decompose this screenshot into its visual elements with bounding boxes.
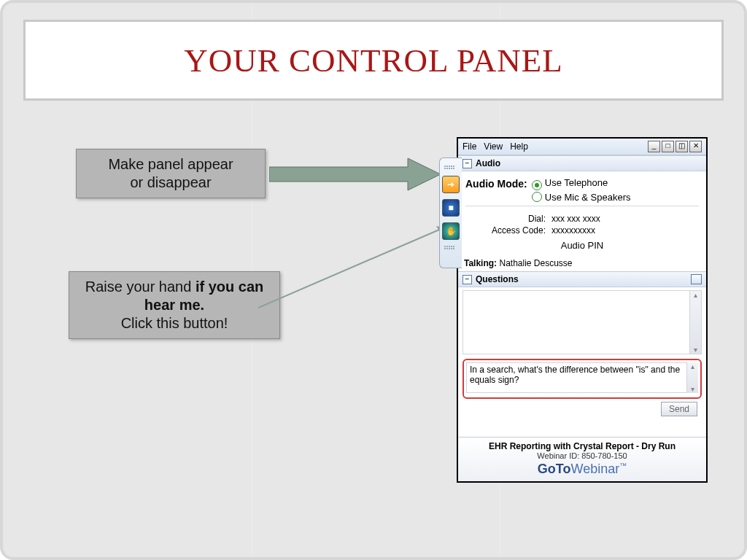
- window-close-button[interactable]: ✕: [689, 141, 702, 152]
- audio-mode-mic[interactable]: Use Mic & Speakers: [532, 192, 631, 203]
- menu-view[interactable]: View: [484, 141, 503, 152]
- talking-name: Nathalie Descusse: [499, 258, 572, 268]
- callout-line: Click this button!: [121, 315, 228, 331]
- scrollbar[interactable]: ▴ ▾: [686, 362, 698, 393]
- grip-dots-icon: [444, 246, 457, 250]
- callout-raise-hand: Raise your hand if you can hear me. Clic…: [69, 271, 280, 339]
- divider: [465, 206, 699, 206]
- scroll-down-icon: ▾: [694, 346, 697, 354]
- access-code-value: xxxxxxxxxx: [551, 225, 699, 236]
- title-box: YOUR CONTROL PANEL: [23, 20, 724, 101]
- audio-mode-label: Audio Mode:: [465, 177, 527, 190]
- brand-tm: ™: [619, 462, 627, 470]
- webinar-id-value: 850-780-150: [581, 451, 627, 460]
- callout-line: Make panel appear: [108, 156, 233, 172]
- window-minimize-button[interactable]: _: [648, 141, 660, 152]
- popout-button[interactable]: [691, 274, 702, 284]
- question-input-highlight: ▴ ▾: [462, 359, 702, 399]
- screen-button[interactable]: ■: [442, 199, 460, 217]
- panel-footer: EHR Reporting with Crystal Report - Dry …: [458, 437, 706, 481]
- menu-file[interactable]: File: [462, 141, 476, 152]
- question-input[interactable]: [466, 362, 698, 393]
- minus-icon: −: [465, 275, 470, 283]
- webinar-id: Webinar ID: 850-780-150: [460, 451, 705, 460]
- close-icon: ✕: [693, 141, 699, 149]
- radio-selected-icon: [532, 180, 542, 190]
- session-title: EHR Reporting with Crystal Report - Dry …: [460, 441, 705, 451]
- access-code-label: Access Code:: [465, 225, 546, 236]
- audio-section-header[interactable]: − Audio: [458, 155, 706, 171]
- minimize-icon: _: [652, 141, 657, 149]
- audio-pin-label: Audio PIN: [465, 240, 699, 251]
- questions-section: ▴ ▾ ▴ ▾ Send: [458, 287, 706, 422]
- dial-label: Dial:: [465, 214, 546, 224]
- brand-goto: GoTo: [538, 462, 571, 476]
- hand-icon: ✋: [446, 226, 457, 236]
- section-title: Questions: [476, 274, 519, 284]
- gotowebinar-control-panel: ➔ ■ ✋ File View Help _ □ ◫ ✕ − Audio A: [457, 137, 708, 483]
- dial-value: xxx xxx xxxx: [551, 214, 699, 224]
- brand-webinar: Webinar: [570, 462, 619, 476]
- svg-marker-0: [269, 158, 441, 190]
- talking-label: Talking:: [464, 258, 497, 268]
- window-restore-button[interactable]: ◫: [676, 141, 688, 152]
- talking-status: Talking: Nathalie Descusse: [458, 255, 706, 271]
- scroll-down-icon: ▾: [691, 385, 694, 393]
- svg-line-1: [258, 228, 444, 308]
- option-label: Use Mic & Speakers: [545, 192, 631, 203]
- grab-tab[interactable]: ➔ ■ ✋: [439, 158, 462, 268]
- scroll-up-icon: ▴: [694, 291, 697, 299]
- minus-icon: −: [465, 159, 470, 167]
- grip-dots-icon: [444, 166, 457, 170]
- audio-section: Audio Mode: Use Telephone Use Mic & Spea…: [458, 171, 706, 255]
- questions-section-header[interactable]: − Questions: [458, 271, 706, 287]
- arrow-icon: [258, 222, 455, 309]
- collapse-button[interactable]: −: [462, 275, 472, 284]
- scrollbar[interactable]: ▴ ▾: [689, 291, 701, 354]
- menu-help[interactable]: Help: [510, 141, 528, 152]
- audio-mode-telephone[interactable]: Use Telephone: [532, 177, 631, 190]
- scroll-up-icon: ▴: [691, 362, 694, 370]
- send-button[interactable]: Send: [661, 402, 697, 416]
- window-maximize-button[interactable]: □: [662, 141, 674, 152]
- gotowebinar-logo: GoToWebinar™: [460, 462, 705, 477]
- radio-icon: [532, 192, 542, 202]
- callout-line: or disappear: [130, 174, 211, 190]
- restore-icon: ◫: [678, 141, 685, 149]
- maximize-icon: □: [665, 141, 670, 149]
- arrow-icon: [269, 156, 444, 192]
- questions-log: ▴ ▾: [462, 290, 702, 354]
- toggle-panel-button[interactable]: ➔: [442, 176, 460, 193]
- slide: YOUR CONTROL PANEL Make panel appear or …: [0, 0, 747, 560]
- callout-line: Raise your hand: [85, 279, 196, 295]
- menu-bar: File View Help _ □ ◫ ✕: [458, 139, 706, 155]
- arrow-right-icon: ➔: [447, 179, 454, 190]
- callout-toggle-panel: Make panel appear or disappear: [76, 149, 266, 198]
- raise-hand-button[interactable]: ✋: [442, 222, 460, 240]
- slide-title: YOUR CONTROL PANEL: [184, 42, 563, 79]
- square-icon: ■: [448, 203, 453, 213]
- option-label: Use Telephone: [545, 177, 608, 188]
- section-title: Audio: [476, 158, 500, 168]
- webinar-id-label: Webinar ID:: [537, 451, 581, 460]
- collapse-button[interactable]: −: [462, 159, 472, 168]
